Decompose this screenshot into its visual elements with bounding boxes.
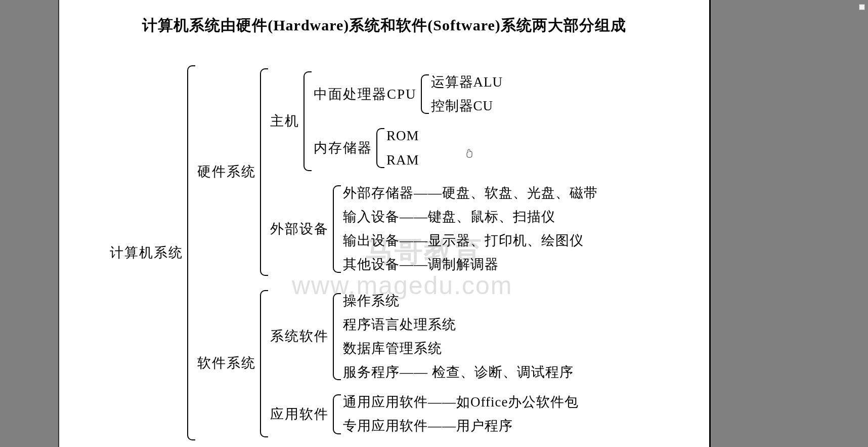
cpu-item-cu: 控制器CU [431,94,503,118]
software-children: 系统软件 操作系统 程序语言处理系统 数据库管理系统 服务程序—— 检查、诊断、… [260,286,579,441]
host-label: 主机 [270,110,303,132]
memory-label: 内存储器 [314,137,376,159]
root-children: 硬件系统 主机 中面处理器CPU 运算器ALU 控制器CU [187,61,598,444]
hardware-node: 硬件系统 主机 中面处理器CPU 运算器ALU 控制器CU [197,64,598,280]
app-item-special: 专用应用软件——用户程序 [343,414,579,438]
cpu-item-alu: 运算器ALU [431,70,503,94]
external-label: 外部设备 [270,218,333,240]
hardware-children: 主机 中面处理器CPU 运算器ALU 控制器CU [260,64,598,280]
hardware-label: 硬件系统 [197,161,260,183]
root-node: 计算机系统 硬件系统 主机 中面处理器CPU [79,61,689,444]
external-children: 外部存储器——硬盘、软盘、光盘、磁带 输入设备——键盘、鼠标、扫描仪 输出设备—… [333,181,598,277]
app-software-children: 通用应用软件——如Office办公软件包 专用应用软件——用户程序 [333,390,579,438]
cpu-node: 中面处理器CPU 运算器ALU 控制器CU [314,70,503,118]
external-item-output: 输出设备——显示器、打印机、绘图仪 [343,229,598,253]
software-node: 软件系统 系统软件 操作系统 程序语言处理系统 数据库管理系统 服务程序—— 检… [197,286,598,441]
memory-item-ram: RAM [386,148,419,172]
memory-item-rom: ROM [386,124,419,148]
cpu-children: 运算器ALU 控制器CU [421,70,503,118]
external-item-other: 其他设备——调制解调器 [343,253,598,276]
memory-children: ROM RAM [376,124,419,172]
external-item-storage: 外部存储器——硬盘、软盘、光盘、磁带 [343,181,598,205]
external-node: 外部设备 外部存储器——硬盘、软盘、光盘、磁带 输入设备——键盘、鼠标、扫描仪 … [270,181,598,277]
root-label: 计算机系统 [110,242,187,264]
host-node: 主机 中面处理器CPU 运算器ALU 控制器CU [270,67,598,175]
memory-node: 内存储器 ROM RAM [314,124,503,172]
system-software-children: 操作系统 程序语言处理系统 数据库管理系统 服务程序—— 检查、诊断、调试程序 [333,289,574,385]
app-software-label: 应用软件 [270,403,333,425]
hierarchy-tree: 计算机系统 硬件系统 主机 中面处理器CPU [79,61,689,444]
app-software-node: 应用软件 通用应用软件——如Office办公软件包 专用应用软件——用户程序 [270,390,579,438]
software-label: 软件系统 [197,352,260,374]
page-title: 计算机系统由硬件(Hardware)系统和软件(Software)系统两大部分组… [79,15,689,36]
sys-item-service: 服务程序—— 检查、诊断、调试程序 [343,360,574,384]
sys-item-os: 操作系统 [343,289,574,313]
cpu-label: 中面处理器CPU [314,84,421,105]
system-software-label: 系统软件 [270,326,333,347]
document-page: 计算机系统由硬件(Hardware)系统和软件(Software)系统两大部分组… [58,0,711,447]
system-software-node: 系统软件 操作系统 程序语言处理系统 数据库管理系统 服务程序—— 检查、诊断、… [270,289,579,385]
app-item-general: 通用应用软件——如Office办公软件包 [343,390,579,414]
external-item-input: 输入设备——键盘、鼠标、扫描仪 [343,205,598,229]
host-children: 中面处理器CPU 运算器ALU 控制器CU 内存储器 ROM [303,67,503,175]
sys-item-lang: 程序语言处理系统 [343,313,574,337]
sys-item-db: 数据库管理系统 [343,337,574,360]
scroll-indicator[interactable] [859,4,865,10]
